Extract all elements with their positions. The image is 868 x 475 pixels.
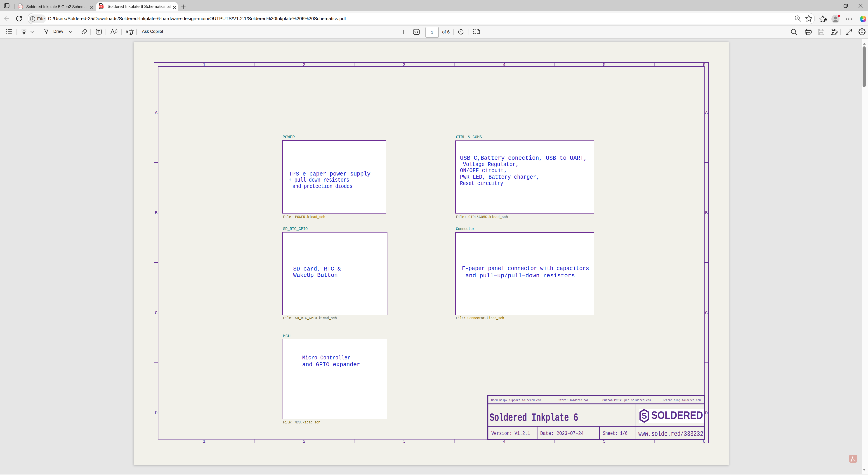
svg-text:S: S bbox=[642, 411, 647, 420]
svg-text:A: A bbox=[705, 110, 708, 115]
svg-text:USB–C,Battery conection, USB t: USB–C,Battery conection, USB to UART, bbox=[460, 155, 587, 161]
svg-text:SOLDERED: SOLDERED bbox=[651, 409, 703, 421]
svg-text:Need help? support.soldered.co: Need help? support.soldered.com bbox=[491, 398, 541, 403]
svg-text:and protection diodes: and protection diodes bbox=[292, 183, 352, 190]
svg-text:Voltage Regulator,: Voltage Regulator, bbox=[463, 161, 519, 168]
svg-text:5: 5 bbox=[603, 62, 606, 67]
svg-text:Date: 2023–07–24: Date: 2023–07–24 bbox=[540, 431, 584, 437]
svg-text:SD_RTC_GPIO: SD_RTC_GPIO bbox=[283, 227, 308, 231]
svg-text:www.solde.red/333232: www.solde.red/333232 bbox=[638, 430, 703, 438]
svg-text:B: B bbox=[705, 210, 708, 215]
svg-text:Micro Controller: Micro Controller bbox=[302, 354, 350, 361]
svg-text:File: CTRL&COMS.kicad_sch: File: CTRL&COMS.kicad_sch bbox=[456, 215, 508, 219]
svg-text:2: 2 bbox=[303, 439, 305, 444]
svg-text:PDF: PDF bbox=[99, 6, 103, 8]
svg-text:C: C bbox=[155, 310, 158, 316]
svg-text:Store: soldered.com: Store: soldered.com bbox=[559, 398, 588, 403]
svg-text:ON/OFF circuit,: ON/OFF circuit, bbox=[460, 167, 507, 174]
svg-text:2: 2 bbox=[303, 62, 305, 67]
svg-text:6: 6 bbox=[703, 62, 706, 67]
svg-text:POWER: POWER bbox=[283, 135, 295, 139]
svg-text:4: 4 bbox=[503, 62, 505, 67]
svg-text:B: B bbox=[155, 210, 158, 215]
svg-text:1: 1 bbox=[203, 62, 206, 67]
svg-text:WakeUp Button: WakeUp Button bbox=[293, 272, 338, 279]
svg-text:E–paper panel connector with c: E–paper panel connector with capacitors bbox=[462, 265, 589, 272]
svg-text:Reset circuitry: Reset circuitry bbox=[460, 180, 503, 187]
svg-text:and GPIO expander: and GPIO expander bbox=[302, 361, 360, 368]
svg-text:PWR LED, Battery charger,: PWR LED, Battery charger, bbox=[460, 174, 539, 180]
svg-text:PDF: PDF bbox=[19, 6, 22, 8]
svg-text:3: 3 bbox=[403, 62, 405, 67]
svg-text:+ pull down resistors: + pull down resistors bbox=[289, 177, 349, 183]
svg-text:File: MCU.kicad_sch: File: MCU.kicad_sch bbox=[283, 420, 320, 424]
svg-text:D: D bbox=[705, 411, 708, 416]
svg-text:Connector: Connector bbox=[456, 227, 475, 231]
svg-text:Soldered Inkplate 6: Soldered Inkplate 6 bbox=[490, 411, 578, 424]
svg-text:MCU: MCU bbox=[283, 334, 290, 338]
svg-text:File: SD_RTC_GPIO.kicad_sch: File: SD_RTC_GPIO.kicad_sch bbox=[283, 316, 337, 320]
svg-text:C: C bbox=[705, 310, 708, 316]
svg-text:SD card, RTC &: SD card, RTC & bbox=[293, 266, 341, 272]
svg-text:File: POWER.kicad_sch: File: POWER.kicad_sch bbox=[283, 215, 325, 219]
svg-text:Learn: blog.soldered.com: Learn: blog.soldered.com bbox=[663, 398, 701, 403]
svg-text:D: D bbox=[155, 411, 158, 416]
svg-text:Custom PCBs: pcb.soldered.com: Custom PCBs: pcb.soldered.com bbox=[602, 398, 651, 403]
svg-text:and pull–up/pull–down resistor: and pull–up/pull–down resistors bbox=[465, 272, 575, 279]
svg-text:Version: V1.2.1: Version: V1.2.1 bbox=[491, 431, 530, 437]
svg-text:A: A bbox=[155, 110, 158, 115]
svg-text:CTRL & COMS: CTRL & COMS bbox=[456, 135, 482, 139]
svg-text:a: a bbox=[126, 29, 128, 34]
svg-text:1: 1 bbox=[203, 439, 206, 444]
svg-text:File: Connector.kicad_sch: File: Connector.kicad_sch bbox=[456, 316, 504, 320]
svg-text:Sheet: 1/6: Sheet: 1/6 bbox=[603, 431, 627, 437]
svg-text:TPS e–paper power supply: TPS e–paper power supply bbox=[289, 171, 370, 177]
svg-text:3: 3 bbox=[403, 439, 405, 444]
